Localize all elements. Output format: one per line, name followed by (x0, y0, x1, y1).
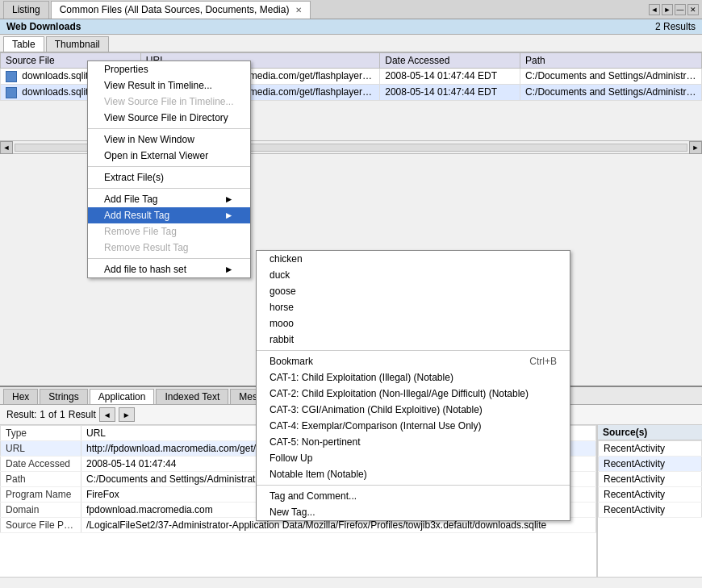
col-date-accessed[interactable]: Date Accessed (380, 53, 520, 69)
prev-result-btn[interactable]: ◄ (99, 407, 115, 422)
source-row: RecentActivity (599, 487, 702, 503)
context-item-remove-result-tag: Remove Result Tag (88, 240, 250, 256)
forward-btn[interactable]: ► (662, 4, 673, 15)
submenu-item-notable[interactable]: Notable Item (Notable) (257, 466, 570, 482)
context-item-view-source-timeline: View Source File in Timeline... (88, 94, 250, 110)
tab-close-icon[interactable]: ✕ (295, 6, 302, 15)
submenu-item-goose[interactable]: goose (257, 283, 570, 299)
context-separator-3 (88, 188, 250, 189)
tab-application[interactable]: Application (90, 389, 155, 404)
nav-arrows: ◄ ► — ✕ (649, 4, 699, 15)
next-result-btn[interactable]: ► (119, 407, 135, 422)
context-item-view-result-timeline[interactable]: View Result in Timeline... (88, 77, 250, 94)
section-header: Web Downloads 2 Results (0, 19, 702, 35)
submenu-item-mooo[interactable]: mooo (257, 315, 570, 332)
context-item-extract-files[interactable]: Extract File(s) (88, 169, 250, 186)
submenu-item-follow-up[interactable]: Follow Up (257, 450, 570, 466)
back-btn[interactable]: ◄ (649, 4, 660, 15)
submenu-item-tag-comment[interactable]: Tag and Comment... (257, 488, 570, 504)
file-icon (6, 71, 17, 82)
context-item-open-external[interactable]: Open in External Viewer (88, 148, 250, 164)
submenu-item-duck[interactable]: duck (257, 267, 570, 283)
close-btn[interactable]: ✕ (687, 4, 699, 15)
col-path[interactable]: Path (520, 53, 702, 69)
bottom-scrollbar[interactable] (0, 577, 702, 588)
sources-table: RecentActivity RecentActivity RecentActi… (598, 440, 702, 518)
submenu-item-chicken[interactable]: chicken (257, 251, 570, 267)
context-item-add-hash[interactable]: Add file to hash set ► (88, 261, 250, 277)
source-row: RecentActivity (599, 441, 702, 457)
submenu-item-new-tag[interactable]: New Tag... (257, 504, 570, 520)
tab-indexed-text[interactable]: Indexed Text (156, 389, 228, 404)
submenu-item-cat4[interactable]: CAT-4: Exemplar/Comparison (Internal Use… (257, 418, 570, 434)
minimize-btn[interactable]: — (675, 4, 686, 15)
tab-common-files[interactable]: Common Files (All Data Sources, Document… (51, 1, 311, 19)
tab-table[interactable]: Table (3, 36, 44, 52)
context-item-remove-file-tag: Remove File Tag (88, 223, 250, 240)
source-row: RecentActivity (599, 472, 702, 487)
view-tabs: Table Thumbnail (0, 35, 702, 52)
arrow-icon: ► (224, 264, 234, 275)
context-menu: Properties View Result in Timeline... Vi… (87, 60, 251, 278)
shortcut-label: Ctrl+B (529, 356, 557, 367)
submenu-item-cat1[interactable]: CAT-1: Child Exploitation (Illegal) (Not… (257, 369, 570, 386)
file-icon (6, 87, 17, 98)
source-row: RecentActivity (599, 503, 702, 518)
context-separator-4 (88, 258, 250, 259)
submenu: chicken duck goose horse mooo rabbit Boo… (256, 250, 570, 521)
arrow-icon: ► (224, 210, 234, 221)
context-item-view-new-window[interactable]: View in New Window (88, 131, 250, 148)
context-item-view-source-directory[interactable]: View Source File in Directory (88, 110, 250, 126)
submenu-item-cat5[interactable]: CAT-5: Non-pertinent (257, 434, 570, 450)
submenu-item-cat2[interactable]: CAT-2: Child Exploitation (Non-Illegal/A… (257, 386, 570, 402)
context-separator-1 (88, 128, 250, 129)
submenu-separator-1 (257, 350, 570, 351)
submenu-item-bookmark[interactable]: Bookmark Ctrl+B (257, 353, 570, 369)
sources-panel: Source(s) RecentActivity RecentActivity (597, 425, 702, 577)
submenu-separator-2 (257, 485, 570, 486)
arrow-icon: ► (224, 194, 234, 205)
submenu-item-cat3[interactable]: CAT-3: CGI/Animation (Child Exploitive) … (257, 402, 570, 418)
context-separator-2 (88, 166, 250, 167)
context-item-properties[interactable]: Properties (88, 61, 250, 77)
source-row: RecentActivity (599, 457, 702, 472)
tab-thumbnail[interactable]: Thumbnail (46, 36, 109, 52)
context-item-add-result-tag[interactable]: Add Result Tag ► (88, 207, 250, 223)
tab-listing[interactable]: Listing (3, 1, 49, 19)
tab-hex[interactable]: Hex (3, 389, 38, 404)
submenu-item-rabbit[interactable]: rabbit (257, 332, 570, 348)
submenu-item-horse[interactable]: horse (257, 299, 570, 315)
context-item-add-file-tag[interactable]: Add File Tag ► (88, 191, 250, 207)
sources-header: Source(s) (598, 425, 702, 440)
main-table-area: Source File URL Date Accessed Path (0, 52, 702, 154)
tab-strings[interactable]: Strings (40, 389, 87, 404)
